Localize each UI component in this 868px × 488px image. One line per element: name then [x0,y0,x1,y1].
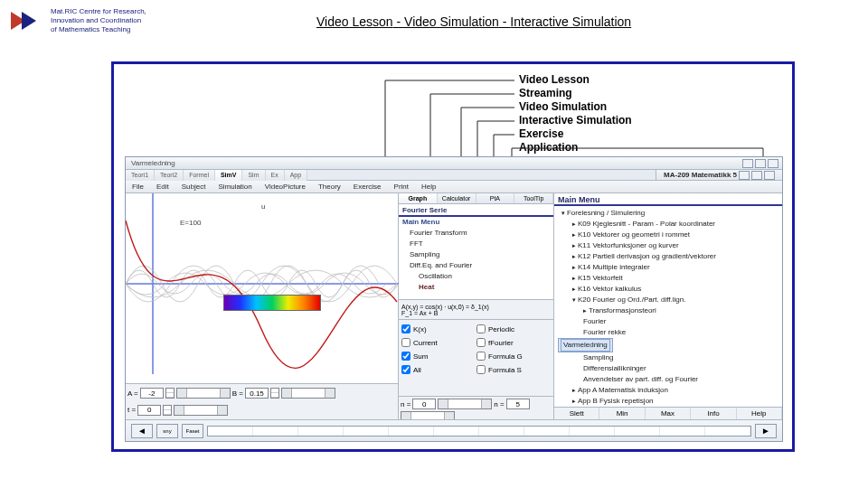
tree-node[interactable]: Fourier rekke [558,327,778,338]
main-frame: Video Lesson Streaming Video Simulation … [111,61,795,452]
spinner-a[interactable] [165,388,175,399]
graph-panel: E=100 u A =-2 B =0.15 t =0 [126,193,399,419]
minimize-button[interactable] [742,159,753,168]
logo-text: Mat.RIC Centre for Research, Innovation … [51,7,146,34]
btn-info[interactable]: Info [691,408,736,419]
graph-controls: A =-2 B =0.15 t =0 [126,383,398,419]
tab-simv[interactable]: SimV [215,170,243,181]
panel-close-button[interactable] [764,171,775,180]
mid-tree[interactable]: Main Menu Fourier Transform FFT Sampling… [399,217,553,300]
app-window: Varmeledning Teori1 Teori2 Formel SimV S… [125,156,783,442]
btn-slett[interactable]: Slett [554,408,599,419]
tree-node[interactable]: K15 Vektorfelt [558,273,778,284]
close-button[interactable] [768,159,778,168]
input-t[interactable]: 0 [137,405,161,416]
tree-node[interactable]: K16 Vektor kalkulus [558,284,778,295]
chk-kx[interactable] [401,324,410,333]
tree-node[interactable]: K09 Kjeglesnitt - Param - Polar koordina… [558,219,778,230]
formula-row: A(x,y) = cos(x) · u(x,0) = δ_1(x) F_1 = … [399,300,553,320]
spinner-t[interactable] [163,405,172,416]
chk-ffourier[interactable] [476,338,486,347]
tab-teori2[interactable]: Teori2 [155,170,184,181]
mid-panel-title: Fourier Serie [399,204,553,217]
menu-print[interactable]: Print [388,183,415,191]
menu-theory[interactable]: Theory [312,183,347,191]
scroll-n0[interactable] [438,399,492,409]
menu-bar: File Edit Subject Simulation VideoPictur… [126,181,782,193]
tree-node[interactable]: K11 Vektorfunksjoner og kurver [558,240,778,251]
chk-current[interactable] [401,338,410,347]
nav-page-label[interactable]: sny [156,424,178,438]
scroll-b[interactable] [281,388,335,399]
scroll-a[interactable] [176,388,231,399]
menu-videopicture[interactable]: VideoPicture [259,183,312,191]
course-title: MA-209 Matematikk 5 [656,170,782,180]
chk-formula-s[interactable] [476,365,486,374]
tab-teori1[interactable]: Teori1 [126,170,155,181]
tree-node[interactable]: Anvendelser av part. diff. og Fourier [558,374,778,385]
right-panel: Main Menu Forelesning / SimuleringK09 Kj… [554,193,782,419]
mtab-graph[interactable]: Graph [399,193,438,203]
btn-max[interactable]: Max [646,408,691,419]
panel-maximize-button[interactable] [751,171,762,180]
tree-node[interactable]: Fourier [558,316,778,327]
tree-node[interactable]: Transformasjonsteori [558,305,778,316]
menu-subject[interactable]: Subject [175,183,212,191]
matric-logo [9,10,45,32]
tree-node[interactable]: Forelesning / Simulering [558,208,778,219]
chk-all[interactable] [401,365,410,374]
panel-minimize-button[interactable] [739,171,750,180]
tree-node[interactable]: App B Fysisk repetisjon [558,396,778,407]
menu-simulation[interactable]: Simulation [212,183,258,191]
tree-node[interactable]: App A Matematisk induksjon [558,385,778,396]
wave-plot [126,193,399,374]
input-a[interactable]: -2 [140,388,164,399]
top-nav-links: Video Lesson - Video Simulation - Intera… [316,14,631,29]
btn-min[interactable]: Min [599,408,645,419]
mtab-calculator[interactable]: Calculator [438,193,476,203]
menu-exercise[interactable]: Exercise [347,183,388,191]
tree-node[interactable]: Sampling [558,352,778,363]
tab-formel[interactable]: Formel [184,170,215,181]
graph-label-u: u [261,202,265,211]
graph-canvas[interactable]: E=100 u [126,193,398,383]
nav-phase-label[interactable]: Faset [182,424,203,438]
tab-ex[interactable]: Ex [266,170,285,181]
nav-prev[interactable]: ◄ [131,424,153,438]
mtab-pta[interactable]: PtA [476,193,515,203]
menu-edit[interactable]: Edit [150,183,175,191]
chk-sum[interactable] [401,352,410,361]
tab-app[interactable]: App [285,170,307,181]
maximize-button[interactable] [755,159,766,168]
middle-panel: Graph Calculator PtA ToolTip Fourier Ser… [399,193,554,419]
upper-tab-strip: Teori1 Teori2 Formel SimV Sim Ex App MA-… [126,170,782,181]
color-spectrum [223,295,321,311]
header-logo-block: Mat.RIC Centre for Research, Innovation … [9,7,146,34]
bottom-nav-bar: ◄ sny Faset ► [126,419,782,441]
input-b[interactable]: 0.15 [245,388,269,399]
tree-node[interactable]: K10 Vektorer og geometri i rommet [558,230,778,240]
tree-node[interactable]: K20 Fourier og Ord./Part. diff.lign. [558,295,778,305]
tree-node[interactable]: K14 Multiple integraler [558,262,778,273]
link-video-simulation[interactable]: Video Simulation [404,14,499,29]
link-video-lesson[interactable]: Video Lesson [316,14,393,29]
chk-formula-g[interactable] [476,352,486,361]
tree-node[interactable]: Varmeledning [558,338,613,352]
progress-track[interactable] [207,426,751,436]
menu-file[interactable]: File [126,183,150,191]
tree-node[interactable]: Differensiallikninger [558,363,778,374]
content-tree[interactable]: Forelesning / SimuleringK09 Kjeglesnitt … [554,206,782,407]
options-grid: K(x) Periodic Current fFourier Sum Formu… [399,320,553,396]
tree-node[interactable]: K12 Partiell derivasjon og gradient/vekt… [558,251,778,262]
menu-help[interactable]: Help [415,183,442,191]
input-n0[interactable]: 0 [412,399,436,409]
spinner-b[interactable] [270,388,279,399]
btn-help[interactable]: Help [737,408,782,419]
input-n1[interactable]: 5 [506,399,530,409]
tab-sim[interactable]: Sim [242,170,265,181]
scroll-t[interactable] [174,405,228,416]
link-interactive-simulation[interactable]: Interactive Simulation [510,14,631,29]
mtab-tooltip[interactable]: ToolTip [514,193,553,203]
nav-next[interactable]: ► [755,424,777,438]
chk-periodic[interactable] [476,324,486,333]
